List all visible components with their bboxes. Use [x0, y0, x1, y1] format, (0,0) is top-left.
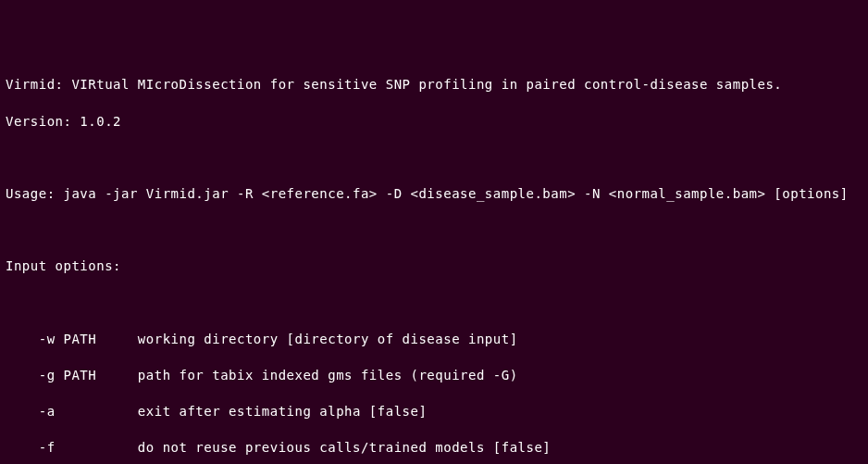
option-flag: -g PATH	[6, 368, 138, 382]
option-line: -w PATH working directory [directory of …	[6, 331, 862, 349]
option-flag: -w PATH	[6, 332, 138, 346]
option-line: -f do not reuse previous calls/trained m…	[6, 439, 862, 458]
usage-line: Usage: java -jar Virmid.jar -R <referenc…	[6, 185, 862, 204]
option-flag: -f	[6, 440, 138, 455]
version-line: Version: 1.0.2	[6, 113, 862, 132]
option-flag: -a	[6, 404, 138, 419]
option-line: -a exit after estimating alpha [false]	[6, 403, 862, 421]
option-line: -g PATH path for tabix indexed gms files…	[6, 367, 862, 385]
blank-line	[6, 149, 862, 168]
title-line: Virmid: VIRtual MIcroDissection for sens…	[6, 76, 862, 94]
input-heading: Input options:	[6, 257, 862, 276]
blank-line	[6, 295, 862, 313]
option-desc: working directory [directory of disease …	[138, 332, 518, 346]
option-desc: do not reuse previous calls/trained mode…	[138, 440, 551, 455]
option-desc: path for tabix indexed gms files (requir…	[138, 368, 518, 382]
option-desc: exit after estimating alpha [false]	[138, 404, 428, 419]
blank-line	[6, 221, 862, 240]
